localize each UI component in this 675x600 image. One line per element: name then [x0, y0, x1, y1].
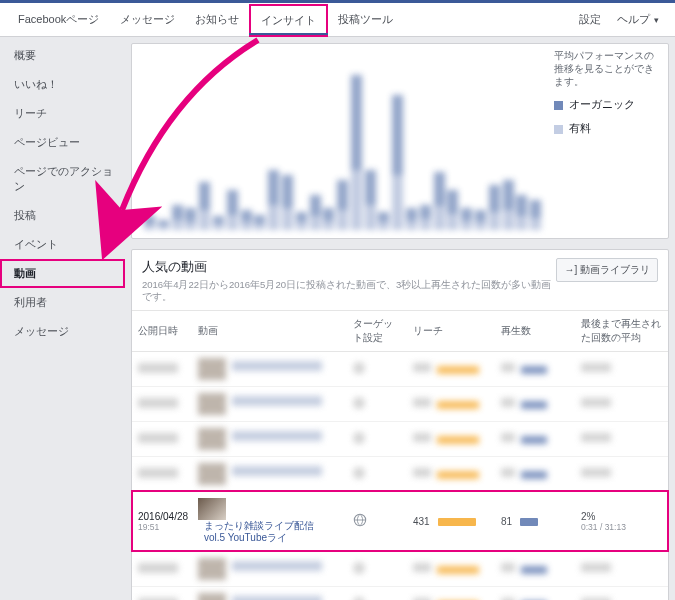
sidebar-item-likes[interactable]: いいね！: [0, 70, 125, 99]
sidebar-item-messages[interactable]: メッセージ: [0, 317, 125, 346]
top-tabs: Facebookページ メッセージ お知らせ インサイト 投稿ツール 設定 ヘル…: [0, 3, 675, 37]
performance-chart-card: 平均パフォーマンスの推移を見ることができます。 オーガニック 有料: [131, 43, 669, 239]
chevron-down-icon: ▾: [654, 15, 659, 25]
sidebar-item-video[interactable]: 動画: [0, 259, 125, 288]
sidebar-item-people[interactable]: 利用者: [0, 288, 125, 317]
chart-blurb: 平均パフォーマンスの推移を見ることができます。: [554, 50, 660, 88]
col-date[interactable]: 公開日時: [132, 310, 192, 351]
reach-value: 431: [413, 516, 430, 527]
col-avg[interactable]: 最後まで再生された回数の平均: [575, 310, 668, 351]
video-library-button[interactable]: →] 動画ライブラリ: [556, 258, 658, 282]
tab-fbpage[interactable]: Facebookページ: [8, 3, 109, 36]
section-subtitle: 2016年4月22日から2016年5月20日に投稿された動画で、3秒以上再生され…: [142, 279, 556, 304]
table-row[interactable]: [132, 551, 668, 586]
views-value: 81: [501, 516, 512, 527]
legend-paid-label: 有料: [569, 122, 591, 136]
page-root: Facebookページ メッセージ お知らせ インサイト 投稿ツール 設定 ヘル…: [0, 0, 675, 600]
main-content: 平均パフォーマンスの推移を見ることができます。 オーガニック 有料 人気の動画 …: [125, 37, 675, 600]
tab-help[interactable]: ヘルプ ▾: [609, 3, 667, 36]
views-bar: [520, 518, 538, 526]
sidebar-item-overview[interactable]: 概要: [0, 41, 125, 70]
top-videos-section: 人気の動画 2016年4月22日から2016年5月20日に投稿された動画で、3秒…: [131, 249, 669, 600]
chart-legend: 平均パフォーマンスの推移を見ることができます。 オーガニック 有料: [548, 50, 660, 230]
col-video[interactable]: 動画: [192, 310, 347, 351]
sidebar-item-pageviews[interactable]: ページビュー: [0, 128, 125, 157]
sidebar-item-posts[interactable]: 投稿: [0, 201, 125, 230]
globe-icon: [353, 513, 367, 527]
swatch-organic-icon: [554, 101, 563, 110]
table-row[interactable]: [132, 586, 668, 600]
table-row[interactable]: [132, 421, 668, 456]
tab-help-label: ヘルプ: [617, 12, 650, 27]
tab-publishing[interactable]: 投稿ツール: [328, 3, 403, 36]
avg-completion-pct: 2%: [581, 511, 595, 522]
performance-bar-chart: [140, 50, 548, 230]
videos-table: 公開日時 動画 ターゲット設定 リーチ 再生数 最後まで再生された回数の平均 2…: [132, 310, 668, 600]
table-row[interactable]: [132, 456, 668, 491]
video-date: 2016/04/28: [138, 511, 188, 522]
video-thumbnail: [198, 498, 226, 520]
table-row-highlighted[interactable]: 2016/04/2819:51まったり雑談ライブ配信 vol.5 YouTube…: [132, 491, 668, 551]
tab-notifications[interactable]: お知らせ: [185, 3, 249, 36]
col-reach[interactable]: リーチ: [407, 310, 495, 351]
sidebar-item-actions[interactable]: ページでのアクション: [0, 157, 125, 201]
insights-sidebar: 概要 いいね！ リーチ ページビュー ページでのアクション 投稿 イベント 動画…: [0, 37, 125, 600]
sidebar-item-events[interactable]: イベント: [0, 230, 125, 259]
video-time: 19:51: [138, 522, 186, 532]
reach-bar: [438, 518, 476, 526]
legend-organic-label: オーガニック: [569, 98, 635, 112]
swatch-paid-icon: [554, 125, 563, 134]
table-header-row: 公開日時 動画 ターゲット設定 リーチ 再生数 最後まで再生された回数の平均: [132, 310, 668, 351]
table-row[interactable]: [132, 386, 668, 421]
sidebar-item-reach[interactable]: リーチ: [0, 99, 125, 128]
section-title: 人気の動画: [142, 258, 556, 276]
legend-paid[interactable]: 有料: [554, 122, 660, 136]
video-title-link[interactable]: まったり雑談ライブ配信 vol.5 YouTubeライ: [204, 520, 314, 545]
tab-insights[interactable]: インサイト: [249, 4, 328, 37]
avg-completion-time: 0:31 / 31:13: [581, 522, 662, 532]
col-target[interactable]: ターゲット設定: [347, 310, 407, 351]
col-views[interactable]: 再生数: [495, 310, 575, 351]
tab-settings[interactable]: 設定: [571, 3, 609, 36]
table-row[interactable]: [132, 351, 668, 386]
legend-organic[interactable]: オーガニック: [554, 98, 660, 112]
tab-messages[interactable]: メッセージ: [110, 3, 185, 36]
